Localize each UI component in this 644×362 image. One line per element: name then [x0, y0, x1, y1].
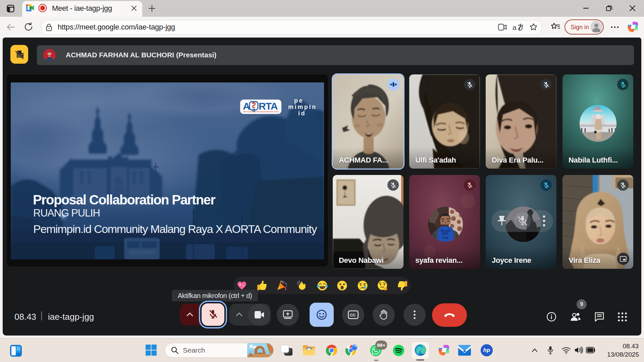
svg-text:A: A: [243, 101, 250, 112]
svg-text:id: id: [298, 110, 306, 117]
svg-text:pe: pe: [294, 97, 304, 104]
svg-text:RTA: RTA: [259, 101, 278, 112]
svg-text:CC: CC: [350, 313, 356, 317]
svg-text:FOB: FOB: [442, 236, 448, 239]
svg-text:mimpin: mimpin: [288, 104, 317, 110]
svg-text:Aksi Solidaritas Remaja Keseha: Aksi Solidaritas Remaja Kesehatan Astra: [243, 111, 279, 113]
svg-text:P.O.P: P.O.P: [442, 232, 449, 235]
svg-text:Proposal Collaboration Partner: Proposal Collaboration Partner: [33, 192, 215, 207]
svg-text:Pemimpin.id Community Malang R: Pemimpin.id Community Malang Raya X AORT…: [33, 223, 317, 235]
svg-text:RUANG PULIH: RUANG PULIH: [33, 207, 100, 219]
